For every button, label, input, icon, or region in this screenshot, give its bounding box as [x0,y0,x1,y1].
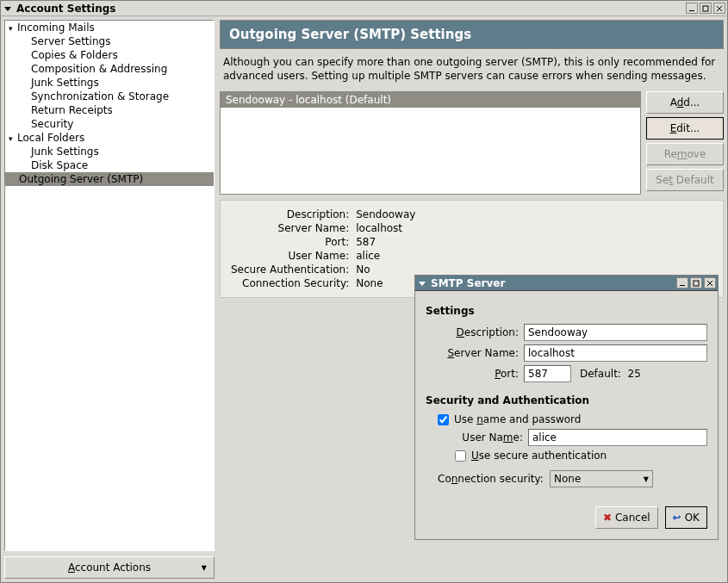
svg-rect-7 [694,281,699,286]
section-security: Security and Authentication [426,394,707,406]
smtp-server-list[interactable]: Sendooway - localhost (Default) [220,91,641,195]
account-actions-button[interactable]: Account Actions ▼ [4,556,215,579]
tree-item-outgoing-smtp[interactable]: Outgoing Server (SMTP) [5,172,214,186]
description-field[interactable] [524,324,707,341]
label-port: Port: [227,235,352,249]
default-port-label: Default: 25 [580,368,641,380]
row-server-name: Server Name: [438,344,707,362]
account-actions-label: ccount Actions [75,561,151,574]
window-titlebar: Account Settings [1,1,727,16]
chevron-down-icon: ▾ [9,134,17,143]
row-secure-auth: Use secure authentication [455,450,707,462]
window-menu-icon[interactable] [3,3,13,14]
conn-sec-value: None [554,473,581,485]
value-conn-sec: None [352,276,419,290]
dialog-title: SMTP Server [431,277,505,289]
value-secure-auth: No [352,263,419,276]
ok-label: OK [685,512,700,524]
smtp-list-block: Sendooway - localhost (Default) Add... E… [220,91,724,195]
tree-item-composition[interactable]: Composition & Addressing [5,62,214,76]
label-use-name-pwd: Use name and password [454,413,581,425]
tree-item-disk-space[interactable]: Disk Space [5,158,214,172]
label-server-name: Server Name: [227,221,352,235]
user-name-field[interactable] [528,429,707,446]
server-name-field[interactable] [524,344,707,362]
chevron-down-icon: ▼ [644,475,649,483]
value-description: Sendooway [352,208,419,221]
tree-item-junk-2[interactable]: Junk Settings [5,145,214,158]
svg-marker-0 [4,7,11,11]
row-conn-sec: Connection security: None ▼ [438,470,707,487]
section-settings: Settings [426,305,707,317]
label-description: Description: [227,208,352,221]
tree-group-incoming[interactable]: ▾Incoming Mails [5,21,214,34]
smtp-server-dialog: SMTP Server Settings Description: Server… [414,275,719,540]
maximize-icon[interactable] [700,3,712,14]
label-secure-auth: Use secure authentication [471,450,607,462]
label-description: Description: [438,326,524,338]
use-secure-auth-checkbox[interactable] [455,450,466,462]
row-description: Description: [438,324,707,341]
label-port: Port: [438,368,524,380]
account-tree[interactable]: ▾Incoming Mails Server Settings Copies &… [4,20,215,551]
svg-rect-6 [680,285,685,286]
label-conn-sec: Connection Security: [227,276,352,290]
svg-rect-2 [703,6,708,11]
port-field[interactable] [524,365,571,382]
window-title: Account Settings [16,3,115,15]
use-name-pwd-checkbox[interactable] [438,414,449,425]
tree-item-sync-storage[interactable]: Synchronization & Storage [5,90,214,103]
chevron-down-icon: ▼ [202,564,207,572]
remove-button: Remove [646,143,724,165]
chevron-down-icon: ▾ [9,24,17,33]
minimize-icon[interactable] [686,3,698,14]
close-icon[interactable] [713,3,725,14]
row-use-name-pwd: Use name and password [438,413,707,425]
ok-button[interactable]: ↩ OK [665,506,707,529]
row-user-name: User Name: [455,429,707,446]
label-conn-sec: Connection security: [438,473,550,485]
tree-item-copies-folders[interactable]: Copies & Folders [5,48,214,62]
label-server-name: Server Name: [438,347,524,359]
tree-item-junk-1[interactable]: Junk Settings [5,76,214,90]
ok-icon: ↩ [673,512,681,524]
window-menu-icon[interactable] [417,278,427,288]
label-user-name: User Name: [227,249,352,263]
label-user-name: User Name: [455,431,528,443]
svg-marker-5 [419,282,426,286]
tree-item-return-receipts[interactable]: Return Receipts [5,103,214,117]
cancel-icon: ✖ [603,512,612,524]
svg-rect-1 [689,10,694,11]
dialog-titlebar[interactable]: SMTP Server [415,276,718,291]
page-title: Outgoing Server (SMTP) Settings [220,20,724,49]
close-icon[interactable] [704,277,716,288]
tree-group-local-folders[interactable]: ▾Local Folders [5,131,214,145]
value-server-name: localhost [352,221,419,235]
value-user-name: alice [352,249,419,263]
edit-button[interactable]: Edit... [646,117,724,140]
conn-sec-select[interactable]: None ▼ [550,470,653,487]
dialog-button-row: ✖ Cancel ↩ OK [415,499,718,539]
value-port: 587 [352,235,419,249]
smtp-list-buttons: Add... Edit... Remove Set Default [646,91,724,195]
label-secure-auth: Secure Authentication: [227,263,352,276]
add-button[interactable]: Add... [646,91,724,114]
cancel-button[interactable]: ✖ Cancel [595,506,658,529]
page-description: Although you can specify more than one o… [220,54,724,86]
maximize-icon[interactable] [690,277,702,288]
tree-item-server-settings[interactable]: Server Settings [5,34,214,48]
list-item[interactable]: Sendooway - localhost (Default) [221,92,640,108]
sidebar: ▾Incoming Mails Server Settings Copies &… [4,20,215,579]
tree-item-security[interactable]: Security [5,117,214,131]
cancel-label: Cancel [615,512,650,524]
dialog-body: Settings Description: Server Name: Port:… [415,291,718,499]
minimize-icon[interactable] [676,277,688,288]
row-port: Port: Default: 25 [438,365,707,382]
set-default-button: Set Default [646,169,724,191]
